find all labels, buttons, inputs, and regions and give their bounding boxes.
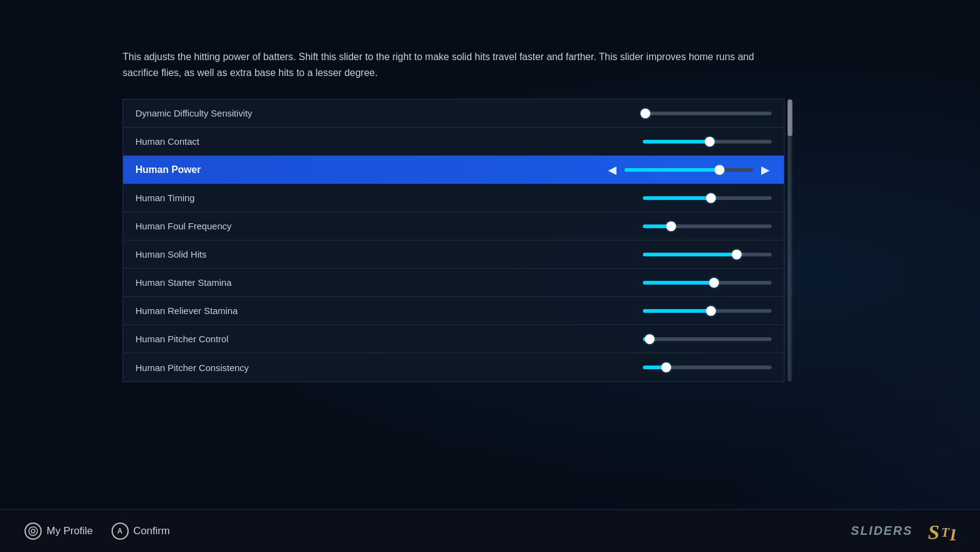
- svg-point-1: [31, 529, 35, 533]
- slider-row-4[interactable]: Human Foul Frequency: [123, 212, 784, 240]
- slider-container-4: [643, 224, 772, 228]
- slider-right-arrow-2[interactable]: ▶: [759, 163, 772, 177]
- bottom-right: SLIDERS S T L: [851, 516, 955, 546]
- slider-row-5[interactable]: Human Solid Hits: [123, 240, 784, 269]
- slider-container-2: ◀▶: [606, 163, 772, 177]
- confirm-label: Confirm: [134, 525, 170, 537]
- slider-track-6[interactable]: [643, 281, 772, 285]
- slider-label-8: Human Pitcher Control: [135, 334, 332, 344]
- slider-thumb-8[interactable]: [645, 334, 655, 344]
- my-profile-action[interactable]: My Profile: [25, 523, 93, 540]
- slider-thumb-2[interactable]: [715, 165, 724, 175]
- slider-thumb-4[interactable]: [666, 221, 676, 231]
- slider-row-2[interactable]: Human Power◀▶: [123, 156, 784, 184]
- slider-container-8: [643, 337, 772, 341]
- slider-thumb-5[interactable]: [732, 250, 742, 259]
- slider-thumb-7[interactable]: [706, 306, 716, 316]
- slider-fill-7: [643, 309, 711, 313]
- slider-label-1: Human Contact: [135, 136, 332, 147]
- slider-rows-container: Dynamic Difficulty SensitivityHuman Cont…: [123, 99, 784, 381]
- bottom-actions: My Profile A Confirm: [25, 523, 170, 540]
- slider-row-3[interactable]: Human Timing: [123, 184, 784, 212]
- svg-text:S
        T
        L: S T L: [928, 518, 955, 544]
- slider-container-7: [643, 309, 772, 313]
- slider-thumb-3[interactable]: [706, 193, 716, 203]
- scroll-indicator[interactable]: [788, 99, 792, 381]
- slider-container-1: [643, 140, 772, 144]
- slider-row-8[interactable]: Human Pitcher Control: [123, 325, 784, 353]
- slider-row-7[interactable]: Human Reliever Stamina: [123, 297, 784, 325]
- slider-track-7[interactable]: [643, 309, 772, 313]
- my-profile-icon: [25, 523, 42, 540]
- scroll-thumb[interactable]: [788, 99, 792, 136]
- sliders-section-label: SLIDERS: [851, 524, 913, 538]
- my-profile-label: My Profile: [47, 525, 93, 537]
- slider-thumb-6[interactable]: [709, 278, 719, 288]
- svg-point-0: [29, 527, 37, 535]
- slider-track-8[interactable]: [643, 337, 772, 341]
- slider-track-9[interactable]: [643, 366, 772, 369]
- slider-fill-3: [643, 196, 711, 200]
- slider-label-0: Dynamic Difficulty Sensitivity: [135, 108, 332, 118]
- slider-track-0[interactable]: [643, 112, 772, 115]
- team-logo: S T L: [925, 516, 955, 546]
- slider-row-6[interactable]: Human Starter Stamina: [123, 269, 784, 297]
- slider-label-9: Human Pitcher Consistency: [135, 362, 332, 373]
- confirm-action[interactable]: A Confirm: [112, 523, 170, 540]
- slider-track-2[interactable]: [625, 168, 753, 172]
- slider-label-2: Human Power: [135, 164, 332, 175]
- sliders-panel: Dynamic Difficulty SensitivityHuman Cont…: [123, 99, 784, 382]
- slider-fill-2: [625, 168, 720, 172]
- slider-track-1[interactable]: [643, 140, 772, 144]
- slider-label-7: Human Reliever Stamina: [135, 305, 332, 316]
- slider-container-3: [643, 196, 772, 200]
- content-wrapper: This adjusts the hitting power of batter…: [0, 0, 980, 509]
- slider-container-0: [643, 112, 772, 115]
- slider-thumb-0[interactable]: [640, 109, 650, 118]
- description-text: This adjusts the hitting power of batter…: [123, 49, 766, 80]
- slider-row-1[interactable]: Human Contact: [123, 128, 784, 156]
- slider-fill-6: [643, 281, 714, 285]
- slider-row-0[interactable]: Dynamic Difficulty Sensitivity: [123, 99, 784, 128]
- slider-track-4[interactable]: [643, 224, 772, 228]
- slider-track-3[interactable]: [643, 196, 772, 200]
- slider-fill-5: [643, 253, 737, 256]
- slider-label-4: Human Foul Frequency: [135, 221, 332, 231]
- slider-track-5[interactable]: [643, 253, 772, 256]
- slider-thumb-1[interactable]: [705, 137, 715, 147]
- bottom-bar: My Profile A Confirm SLIDERS S T L: [0, 509, 980, 552]
- slider-fill-1: [643, 140, 710, 144]
- slider-row-9[interactable]: Human Pitcher Consistency: [123, 353, 784, 381]
- slider-container-6: [643, 281, 772, 285]
- slider-container-5: [643, 253, 772, 256]
- slider-left-arrow-2[interactable]: ◀: [606, 163, 618, 177]
- slider-label-5: Human Solid Hits: [135, 249, 332, 259]
- slider-label-6: Human Starter Stamina: [135, 277, 332, 288]
- slider-container-9: [643, 366, 772, 369]
- confirm-icon: A: [112, 523, 129, 540]
- slider-label-3: Human Timing: [135, 193, 332, 203]
- slider-thumb-9[interactable]: [661, 362, 671, 372]
